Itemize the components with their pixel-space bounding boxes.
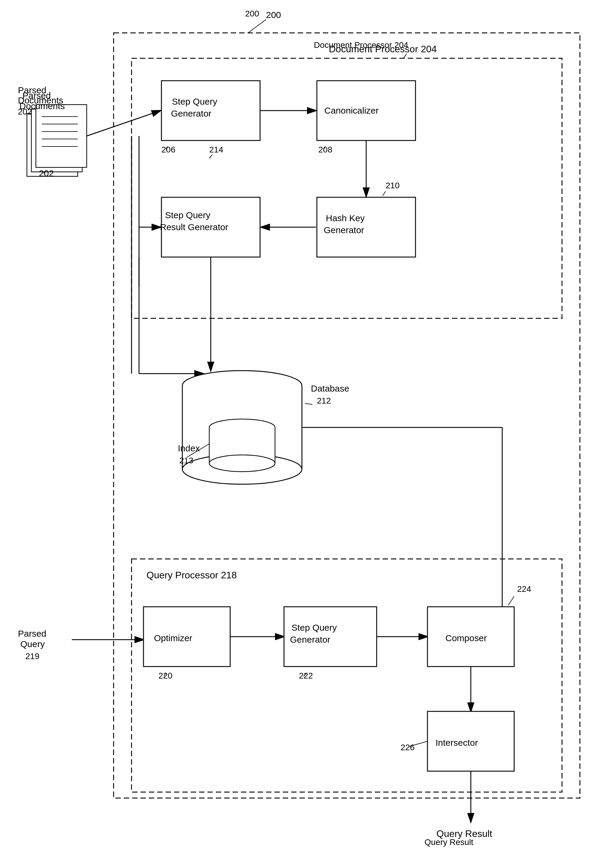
svg-point-46: [182, 370, 302, 400]
svg-text:Generator: Generator: [290, 635, 330, 645]
svg-text:219: 219: [25, 652, 39, 661]
svg-rect-76: [284, 607, 377, 666]
svg-rect-23: [317, 81, 416, 141]
svg-point-54: [209, 419, 275, 436]
svg-text:Parsed: Parsed: [18, 629, 47, 639]
svg-text:Composer: Composer: [445, 633, 487, 643]
svg-line-1: [248, 19, 266, 33]
svg-rect-65: [132, 559, 562, 792]
svg-text:208: 208: [318, 145, 332, 154]
svg-text:Result Generator: Result Generator: [160, 222, 228, 232]
svg-line-90: [409, 741, 428, 746]
svg-text:Step Query: Step Query: [165, 210, 211, 220]
diagram-ref-200: 200: [245, 9, 259, 19]
svg-text:Generator: Generator: [171, 108, 211, 118]
svg-rect-5: [132, 58, 562, 318]
svg-rect-32: [161, 197, 260, 257]
svg-text:Intersector: Intersector: [436, 738, 478, 747]
svg-text:200: 200: [266, 10, 281, 20]
svg-text:Optimizer: Optimizer: [154, 633, 192, 643]
svg-rect-2: [113, 33, 580, 798]
svg-line-74: [164, 673, 166, 676]
svg-text:Query: Query: [20, 639, 45, 649]
parsed-documents-label: Parsed Documents 202: [18, 85, 64, 116]
svg-rect-47: [182, 386, 302, 469]
svg-rect-87: [428, 711, 514, 771]
svg-rect-18: [161, 81, 260, 141]
svg-text:Step Query: Step Query: [172, 96, 217, 106]
svg-rect-6: [27, 113, 78, 176]
svg-text:Query Processor  218: Query Processor 218: [146, 570, 237, 580]
svg-line-4: [403, 54, 406, 58]
document-processor-label: Document Processor 204: [314, 40, 408, 50]
svg-text:Step Query: Step Query: [291, 623, 337, 632]
svg-text:Canonicalizer: Canonicalizer: [324, 105, 379, 115]
svg-line-22: [166, 146, 167, 149]
svg-rect-71: [144, 607, 230, 666]
svg-line-53: [305, 403, 312, 405]
svg-text:224: 224: [517, 584, 531, 594]
svg-text:Hash Key: Hash Key: [326, 213, 365, 223]
svg-text:Generator: Generator: [324, 225, 364, 235]
svg-line-61: [187, 444, 209, 457]
svg-line-85: [508, 596, 514, 605]
query-result-label: Query Result: [425, 837, 473, 847]
svg-rect-27: [317, 197, 416, 257]
svg-text:222: 222: [299, 671, 313, 680]
svg-line-31: [383, 191, 386, 196]
svg-text:Index: Index: [178, 443, 200, 453]
svg-text:206: 206: [161, 145, 175, 154]
svg-line-37: [87, 111, 161, 136]
svg-line-36: [209, 155, 212, 158]
svg-rect-55: [209, 428, 275, 463]
svg-text:Database: Database: [311, 383, 349, 393]
svg-text:212: 212: [317, 396, 331, 405]
svg-text:220: 220: [158, 671, 172, 680]
svg-line-17: [43, 170, 47, 174]
svg-line-26: [324, 146, 325, 149]
svg-text:214: 214: [209, 145, 223, 154]
svg-line-94: [139, 227, 161, 287]
svg-text:226: 226: [400, 743, 415, 752]
svg-rect-82: [428, 607, 514, 666]
svg-rect-7: [31, 109, 82, 172]
svg-point-58: [209, 455, 275, 472]
svg-line-80: [304, 673, 306, 676]
svg-point-50: [182, 454, 302, 484]
svg-text:202: 202: [39, 168, 54, 178]
svg-text:210: 210: [386, 181, 400, 190]
svg-text:213: 213: [179, 456, 194, 465]
